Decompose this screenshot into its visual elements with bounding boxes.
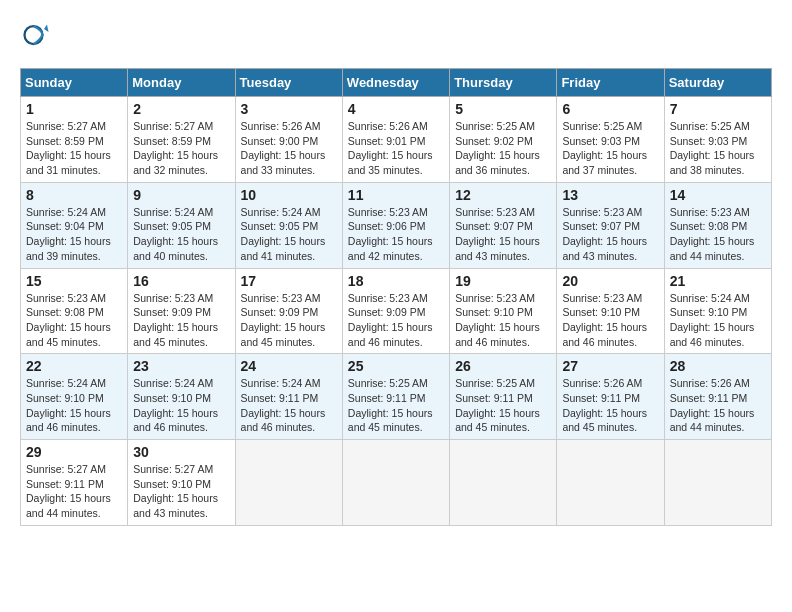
day-info: Sunrise: 5:25 AMSunset: 9:02 PMDaylight:… [455,119,551,178]
day-number: 22 [26,358,122,374]
day-number: 19 [455,273,551,289]
weekday-header-saturday: Saturday [664,69,771,97]
day-number: 26 [455,358,551,374]
day-number: 11 [348,187,444,203]
weekday-header-monday: Monday [128,69,235,97]
day-number: 13 [562,187,658,203]
day-info: Sunrise: 5:27 AMSunset: 9:10 PMDaylight:… [133,462,229,521]
calendar-day-cell: 5Sunrise: 5:25 AMSunset: 9:02 PMDaylight… [450,97,557,183]
day-info: Sunrise: 5:23 AMSunset: 9:08 PMDaylight:… [26,291,122,350]
calendar-day-cell: 27Sunrise: 5:26 AMSunset: 9:11 PMDayligh… [557,354,664,440]
day-number: 12 [455,187,551,203]
day-info: Sunrise: 5:23 AMSunset: 9:10 PMDaylight:… [455,291,551,350]
day-number: 7 [670,101,766,117]
day-number: 21 [670,273,766,289]
day-info: Sunrise: 5:26 AMSunset: 9:00 PMDaylight:… [241,119,337,178]
day-number: 2 [133,101,229,117]
day-info: Sunrise: 5:23 AMSunset: 9:09 PMDaylight:… [133,291,229,350]
calendar-day-cell [664,440,771,526]
calendar-day-cell: 14Sunrise: 5:23 AMSunset: 9:08 PMDayligh… [664,182,771,268]
day-info: Sunrise: 5:25 AMSunset: 9:11 PMDaylight:… [348,376,444,435]
calendar-day-cell: 3Sunrise: 5:26 AMSunset: 9:00 PMDaylight… [235,97,342,183]
calendar-day-cell [450,440,557,526]
calendar-day-cell: 1Sunrise: 5:27 AMSunset: 8:59 PMDaylight… [21,97,128,183]
calendar-week-row: 8Sunrise: 5:24 AMSunset: 9:04 PMDaylight… [21,182,772,268]
weekday-header-sunday: Sunday [21,69,128,97]
day-number: 17 [241,273,337,289]
day-number: 4 [348,101,444,117]
logo [20,20,54,50]
day-info: Sunrise: 5:25 AMSunset: 9:03 PMDaylight:… [670,119,766,178]
day-number: 8 [26,187,122,203]
day-info: Sunrise: 5:24 AMSunset: 9:05 PMDaylight:… [133,205,229,264]
day-info: Sunrise: 5:23 AMSunset: 9:07 PMDaylight:… [455,205,551,264]
day-number: 27 [562,358,658,374]
day-number: 24 [241,358,337,374]
day-info: Sunrise: 5:24 AMSunset: 9:04 PMDaylight:… [26,205,122,264]
day-info: Sunrise: 5:23 AMSunset: 9:10 PMDaylight:… [562,291,658,350]
calendar-day-cell: 26Sunrise: 5:25 AMSunset: 9:11 PMDayligh… [450,354,557,440]
calendar-day-cell: 28Sunrise: 5:26 AMSunset: 9:11 PMDayligh… [664,354,771,440]
calendar-day-cell: 12Sunrise: 5:23 AMSunset: 9:07 PMDayligh… [450,182,557,268]
day-number: 23 [133,358,229,374]
day-info: Sunrise: 5:23 AMSunset: 9:09 PMDaylight:… [348,291,444,350]
calendar-day-cell: 30Sunrise: 5:27 AMSunset: 9:10 PMDayligh… [128,440,235,526]
day-number: 10 [241,187,337,203]
calendar-day-cell: 20Sunrise: 5:23 AMSunset: 9:10 PMDayligh… [557,268,664,354]
calendar-day-cell: 15Sunrise: 5:23 AMSunset: 9:08 PMDayligh… [21,268,128,354]
weekday-header-tuesday: Tuesday [235,69,342,97]
day-info: Sunrise: 5:27 AMSunset: 9:11 PMDaylight:… [26,462,122,521]
calendar-header-row: SundayMondayTuesdayWednesdayThursdayFrid… [21,69,772,97]
day-info: Sunrise: 5:26 AMSunset: 9:11 PMDaylight:… [670,376,766,435]
calendar-day-cell: 8Sunrise: 5:24 AMSunset: 9:04 PMDaylight… [21,182,128,268]
calendar-day-cell: 9Sunrise: 5:24 AMSunset: 9:05 PMDaylight… [128,182,235,268]
calendar-day-cell: 17Sunrise: 5:23 AMSunset: 9:09 PMDayligh… [235,268,342,354]
calendar-day-cell: 16Sunrise: 5:23 AMSunset: 9:09 PMDayligh… [128,268,235,354]
day-number: 18 [348,273,444,289]
calendar-day-cell: 10Sunrise: 5:24 AMSunset: 9:05 PMDayligh… [235,182,342,268]
day-info: Sunrise: 5:24 AMSunset: 9:11 PMDaylight:… [241,376,337,435]
calendar-week-row: 15Sunrise: 5:23 AMSunset: 9:08 PMDayligh… [21,268,772,354]
day-number: 25 [348,358,444,374]
day-number: 16 [133,273,229,289]
calendar-day-cell: 24Sunrise: 5:24 AMSunset: 9:11 PMDayligh… [235,354,342,440]
day-info: Sunrise: 5:25 AMSunset: 9:11 PMDaylight:… [455,376,551,435]
calendar-day-cell: 7Sunrise: 5:25 AMSunset: 9:03 PMDaylight… [664,97,771,183]
day-number: 6 [562,101,658,117]
day-info: Sunrise: 5:23 AMSunset: 9:06 PMDaylight:… [348,205,444,264]
calendar-day-cell: 29Sunrise: 5:27 AMSunset: 9:11 PMDayligh… [21,440,128,526]
day-number: 3 [241,101,337,117]
day-number: 20 [562,273,658,289]
calendar-day-cell: 21Sunrise: 5:24 AMSunset: 9:10 PMDayligh… [664,268,771,354]
day-number: 15 [26,273,122,289]
calendar-week-row: 22Sunrise: 5:24 AMSunset: 9:10 PMDayligh… [21,354,772,440]
calendar-day-cell: 22Sunrise: 5:24 AMSunset: 9:10 PMDayligh… [21,354,128,440]
day-number: 29 [26,444,122,460]
calendar: SundayMondayTuesdayWednesdayThursdayFrid… [20,68,772,526]
calendar-day-cell [342,440,449,526]
calendar-week-row: 29Sunrise: 5:27 AMSunset: 9:11 PMDayligh… [21,440,772,526]
day-number: 9 [133,187,229,203]
day-info: Sunrise: 5:26 AMSunset: 9:11 PMDaylight:… [562,376,658,435]
day-number: 28 [670,358,766,374]
weekday-header-thursday: Thursday [450,69,557,97]
day-info: Sunrise: 5:26 AMSunset: 9:01 PMDaylight:… [348,119,444,178]
calendar-day-cell: 2Sunrise: 5:27 AMSunset: 8:59 PMDaylight… [128,97,235,183]
day-number: 30 [133,444,229,460]
logo-icon [20,20,50,50]
day-info: Sunrise: 5:24 AMSunset: 9:10 PMDaylight:… [670,291,766,350]
day-info: Sunrise: 5:24 AMSunset: 9:05 PMDaylight:… [241,205,337,264]
day-number: 1 [26,101,122,117]
day-info: Sunrise: 5:24 AMSunset: 9:10 PMDaylight:… [133,376,229,435]
calendar-day-cell: 13Sunrise: 5:23 AMSunset: 9:07 PMDayligh… [557,182,664,268]
day-info: Sunrise: 5:27 AMSunset: 8:59 PMDaylight:… [26,119,122,178]
calendar-day-cell: 25Sunrise: 5:25 AMSunset: 9:11 PMDayligh… [342,354,449,440]
day-info: Sunrise: 5:23 AMSunset: 9:08 PMDaylight:… [670,205,766,264]
calendar-day-cell: 23Sunrise: 5:24 AMSunset: 9:10 PMDayligh… [128,354,235,440]
calendar-week-row: 1Sunrise: 5:27 AMSunset: 8:59 PMDaylight… [21,97,772,183]
weekday-header-wednesday: Wednesday [342,69,449,97]
day-number: 14 [670,187,766,203]
calendar-day-cell: 18Sunrise: 5:23 AMSunset: 9:09 PMDayligh… [342,268,449,354]
calendar-day-cell [557,440,664,526]
calendar-day-cell: 19Sunrise: 5:23 AMSunset: 9:10 PMDayligh… [450,268,557,354]
